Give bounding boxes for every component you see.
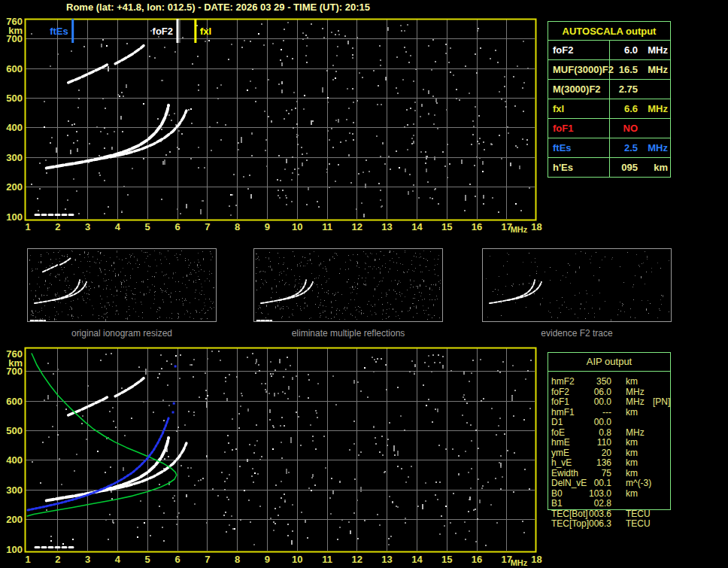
table-row: fxI6.6MHz	[548, 99, 671, 119]
marker-ftEs: ftEs	[50, 19, 73, 43]
svg-text:8: 8	[235, 554, 240, 565]
parameter-value: 0.8	[578, 427, 611, 438]
marker-fxI: fxI	[196, 19, 211, 43]
svg-text:9: 9	[265, 554, 270, 565]
caption-multiple-reflections: eliminate multiple reflections	[253, 328, 443, 339]
thumbnail-canvas	[28, 249, 216, 321]
marker-foF2: foF2	[153, 19, 180, 43]
aip-row: foF100.0MHz[PN]	[548, 396, 675, 406]
svg-text:16: 16	[472, 554, 482, 565]
svg-text:7: 7	[205, 221, 210, 232]
parameter-unit: km	[626, 448, 638, 458]
svg-text:14: 14	[411, 221, 423, 232]
unit-text: MHz	[638, 142, 668, 153]
parameter-unit: km	[626, 468, 638, 478]
parameter-label: Ewidth	[551, 468, 578, 478]
parameter-value: 110	[578, 437, 611, 448]
aip-row: ymE20km	[548, 448, 675, 457]
noise-speckle	[32, 351, 532, 546]
parameter-label: foF1	[548, 119, 610, 138]
value-text: 095	[621, 162, 638, 173]
svg-text:8: 8	[235, 221, 240, 232]
marker-label-fxI: fxI	[200, 26, 211, 37]
parameter-value: 20	[578, 448, 611, 458]
parameter-unit: km	[626, 376, 638, 387]
svg-text:15: 15	[441, 221, 452, 232]
svg-text:400: 400	[6, 122, 23, 133]
svg-text:13: 13	[381, 221, 392, 232]
parameter-unit: MHz	[626, 387, 645, 397]
parameter-unit: km	[626, 488, 638, 499]
parameter-value: 095km	[609, 158, 671, 178]
parameter-label: ftEs	[548, 138, 610, 158]
svg-text:100: 100	[6, 544, 23, 555]
parameter-value: NO	[609, 119, 671, 138]
value-text: 2.5	[624, 142, 638, 153]
value-text: 6.0	[624, 44, 638, 56]
thumbnail-trace-x	[52, 282, 86, 300]
parameter-label: M(3000)F2	[548, 80, 610, 99]
aip-row: hmF2350km	[548, 376, 675, 386]
table-header-row: AUTOSCALA output	[548, 22, 671, 41]
trace-x	[94, 443, 187, 492]
axis-labels: 760700600500400300200100km12345678910111…	[6, 348, 542, 568]
value-text: NO	[623, 123, 639, 134]
marker-label-ftEs: ftEs	[50, 26, 68, 37]
parameter-unit: MHz	[626, 396, 645, 407]
thumbnail-original-ionogram	[27, 248, 217, 322]
table-row: ftEs2.5MHz	[548, 138, 671, 158]
parameter-value: 006.3	[578, 518, 611, 529]
svg-text:7: 7	[205, 554, 210, 565]
svg-text:400: 400	[6, 454, 23, 466]
parameter-value: 06.0	[578, 387, 611, 397]
bottom-profile-plot: 760700600500400300200100km12345678910111…	[6, 348, 542, 568]
svg-text:4: 4	[115, 554, 121, 565]
svg-text:km: km	[8, 357, 23, 369]
parameter-unit: km	[626, 407, 638, 418]
value-text: 6.6	[624, 103, 638, 114]
noise-speckle	[31, 22, 530, 217]
trace-x	[94, 111, 187, 159]
grid-lines	[26, 20, 535, 219]
svg-text:4: 4	[115, 221, 121, 232]
svg-text:500: 500	[6, 93, 23, 104]
parameter-label: B0	[551, 488, 563, 499]
trace-refl	[68, 46, 144, 83]
marker-label-foF2: foF2	[153, 26, 173, 37]
parameter-value: 75	[578, 468, 611, 478]
grid-lines	[26, 348, 535, 551]
svg-text:3: 3	[85, 221, 90, 232]
aip-row: foF206.0MHz	[548, 387, 675, 396]
svg-text:13: 13	[381, 554, 392, 565]
svg-text:200: 200	[6, 181, 23, 193]
parameter-label: D1	[551, 417, 563, 427]
parameter-value: 6.6MHz	[609, 99, 671, 119]
thumbnail-f2-trace	[482, 248, 672, 322]
svg-text:200: 200	[6, 514, 23, 525]
aip-row: hmE110km	[548, 437, 675, 447]
svg-text:MHz: MHz	[511, 225, 528, 234]
aip-row: TEC[Top]006.3TECU	[548, 518, 675, 528]
parameter-label: B1	[551, 498, 563, 509]
aip-row: Ewidth75km	[548, 468, 675, 478]
top-ionogram-plot: 760700600500400300200100km12345678910111…	[6, 16, 542, 235]
aip-row: D100.0	[548, 417, 675, 427]
parameter-flag: [PN]	[653, 396, 670, 407]
svg-text:500: 500	[6, 425, 23, 436]
svg-text:300: 300	[6, 484, 23, 496]
aip-row: foE0.8MHz	[548, 427, 675, 437]
parameter-value: 02.8	[578, 498, 611, 509]
parameter-label: h_vE	[551, 457, 572, 468]
svg-text:2: 2	[55, 221, 60, 232]
parameter-value: 136	[578, 457, 611, 468]
autoscala-table-title: AUTOSCALA output	[548, 22, 671, 41]
caption-f2-trace: evidence F2 trace	[482, 328, 672, 339]
thumbnail-canvas	[254, 249, 442, 321]
aip-row: B0103.0km	[548, 488, 675, 498]
svg-text:1: 1	[25, 554, 30, 565]
svg-text:18: 18	[531, 554, 541, 565]
svg-text:15: 15	[441, 554, 452, 565]
svg-text:5: 5	[145, 221, 150, 232]
svg-text:18: 18	[531, 221, 541, 232]
svg-text:3: 3	[85, 554, 90, 565]
